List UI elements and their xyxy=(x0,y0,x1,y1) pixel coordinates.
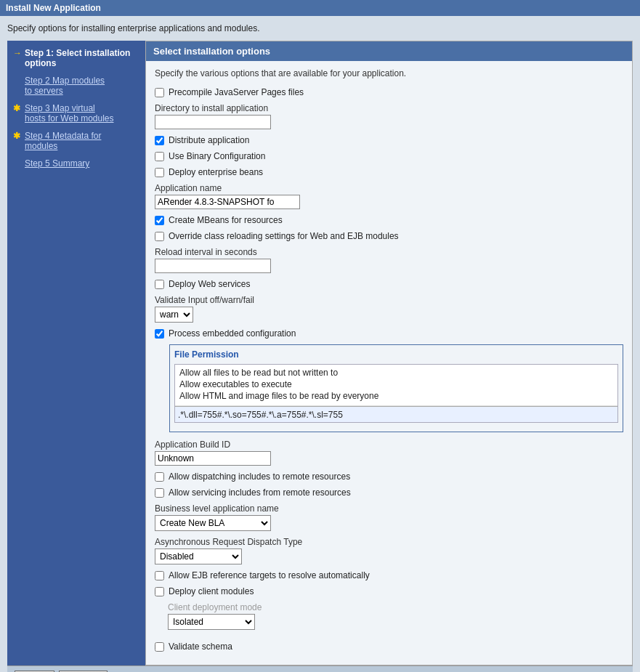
async-dispatch-block: Asynchronous Request Dispatch Type Disab… xyxy=(155,537,623,564)
allow-dispatching-row: Allow dispatching includes to remote res… xyxy=(155,471,623,482)
reload-interval-block: Reload interval in seconds xyxy=(155,247,623,273)
file-permission-box: Allow all files to be read but not writt… xyxy=(174,364,618,423)
async-dispatch-select[interactable]: Disabled Server side Client side xyxy=(155,548,242,564)
distribute-app-label: Distribute application xyxy=(169,135,249,145)
sidebar-step-1: → Step 1: Select installation options xyxy=(13,48,139,68)
allow-ejb-ref-label: Allow EJB reference targets to resolve a… xyxy=(169,570,370,580)
sidebar-item-step1[interactable]: Step 1: Select installation options xyxy=(25,48,139,68)
distribute-app-checkbox[interactable] xyxy=(155,136,164,145)
create-mbeans-label: Create MBeans for resources xyxy=(169,215,283,225)
deploy-beans-checkbox[interactable] xyxy=(155,168,164,177)
override-class-reload-checkbox[interactable] xyxy=(155,232,164,241)
directory-install-label: Directory to install application xyxy=(155,103,623,113)
directory-install-input[interactable] xyxy=(155,115,271,129)
arrow-icon: → xyxy=(13,48,22,58)
outer-wrapper: Specify options for installing enterpris… xyxy=(0,16,640,672)
validate-input-block: Validate Input off/warn/fail off warn fa… xyxy=(155,295,623,323)
panel-body: Specify the various options that are ava… xyxy=(146,61,632,665)
validate-schema-row: Validate schema xyxy=(155,641,623,652)
precompile-jsp-label: Precompile JavaServer Pages files xyxy=(169,87,304,97)
bottom-bar: Next Cancel xyxy=(7,665,633,672)
override-class-reload-row: Override class reloading settings for We… xyxy=(155,231,623,241)
binary-config-row: Use Binary Configuration xyxy=(155,151,623,161)
title-label: Install New Application xyxy=(6,3,101,13)
allow-servicing-checkbox[interactable] xyxy=(155,488,164,498)
sidebar: → Step 1: Select installation options St… xyxy=(7,41,145,665)
client-deploy-mode-select[interactable]: Isolated Federated xyxy=(168,614,255,630)
allow-ejb-ref-row: Allow EJB reference targets to resolve a… xyxy=(155,570,623,580)
deploy-client-checkbox[interactable] xyxy=(155,587,164,596)
bla-name-block: Business level application name Create N… xyxy=(155,503,623,531)
file-permission-section: File Permission Allow all files to be re… xyxy=(169,344,623,432)
asterisk-icon-3: ✱ xyxy=(13,103,22,113)
sidebar-link-step2[interactable]: Step 2 Map modulesto servers xyxy=(25,76,105,96)
deploy-beans-label: Deploy enterprise beans xyxy=(169,167,263,177)
client-deploy-mode-label: Client deployment mode xyxy=(168,602,623,612)
sidebar-link-step5[interactable]: Step 5 Summary xyxy=(25,158,89,169)
reload-interval-input[interactable] xyxy=(155,259,271,273)
precompile-jsp-checkbox[interactable] xyxy=(155,88,164,97)
sidebar-step-2[interactable]: Step 2 Map modulesto servers xyxy=(13,76,139,96)
top-description: Specify options for installing enterpris… xyxy=(7,23,633,33)
bla-name-label: Business level application name xyxy=(155,503,623,514)
async-dispatch-label: Asynchronous Request Dispatch Type xyxy=(155,537,623,547)
deploy-client-row: Deploy client modules xyxy=(155,586,623,596)
sidebar-step-3[interactable]: ✱ Step 3 Map virtualhosts for Web module… xyxy=(13,103,139,124)
file-perm-item-3: Allow HTML and image files to be read by… xyxy=(179,391,613,401)
deploy-web-services-checkbox[interactable] xyxy=(155,280,164,289)
deploy-beans-row: Deploy enterprise beans xyxy=(155,167,623,177)
client-deploy-mode-block: Client deployment mode Isolated Federate… xyxy=(168,602,623,630)
distribute-app-row: Distribute application xyxy=(155,135,623,145)
validate-schema-checkbox[interactable] xyxy=(155,642,164,652)
precompile-jsp-row: Precompile JavaServer Pages files xyxy=(155,87,623,97)
validate-input-label: Validate Input off/warn/fail xyxy=(155,295,623,305)
app-build-id-block: Application Build ID xyxy=(155,440,623,466)
no-indicator-2 xyxy=(13,76,22,86)
panel-header: Select installation options xyxy=(146,41,632,61)
app-name-label: Application name xyxy=(155,183,623,193)
app-name-block: Application name xyxy=(155,183,623,209)
deploy-web-services-row: Deploy Web services xyxy=(155,279,623,289)
allow-servicing-label: Allow servicing includes from remote res… xyxy=(169,487,351,498)
process-embedded-label: Process embedded configuration xyxy=(169,328,296,339)
app-name-input[interactable] xyxy=(155,195,300,209)
allow-dispatching-label: Allow dispatching includes to remote res… xyxy=(169,471,350,482)
file-permission-list: Allow all files to be read but not writt… xyxy=(175,365,617,406)
panel-description: Specify the various options that are ava… xyxy=(155,68,623,78)
override-class-reload-label: Override class reloading settings for We… xyxy=(169,231,399,241)
allow-dispatching-checkbox[interactable] xyxy=(155,472,164,482)
file-perm-item-1: Allow all files to be read but not writt… xyxy=(179,368,613,378)
validate-schema-label: Validate schema xyxy=(169,641,232,652)
create-mbeans-checkbox[interactable] xyxy=(155,216,164,225)
create-mbeans-row: Create MBeans for resources xyxy=(155,215,623,225)
file-permission-title: File Permission xyxy=(174,349,618,360)
file-perm-item-2: Allow executables to execute xyxy=(179,379,613,389)
reload-interval-label: Reload interval in seconds xyxy=(155,247,623,257)
asterisk-icon-4: ✱ xyxy=(13,131,22,141)
deploy-web-services-label: Deploy Web services xyxy=(169,279,251,289)
sidebar-link-step4[interactable]: Step 4 Metadata formodules xyxy=(25,131,101,151)
validate-input-select[interactable]: off warn fail xyxy=(155,307,193,323)
binary-config-checkbox[interactable] xyxy=(155,152,164,161)
permission-value-input[interactable] xyxy=(175,406,617,422)
main-content: → Step 1: Select installation options St… xyxy=(7,41,633,665)
right-panel: Select installation options Specify the … xyxy=(145,41,633,665)
sidebar-step-4[interactable]: ✱ Step 4 Metadata formodules xyxy=(13,131,139,151)
directory-install-block: Directory to install application xyxy=(155,103,623,129)
allow-ejb-ref-checkbox[interactable] xyxy=(155,571,164,580)
binary-config-label: Use Binary Configuration xyxy=(169,151,265,161)
process-embedded-checkbox[interactable] xyxy=(155,329,164,339)
sidebar-link-step3[interactable]: Step 3 Map virtualhosts for Web modules xyxy=(25,103,114,124)
process-embedded-row: Process embedded configuration xyxy=(155,328,623,339)
app-build-id-input[interactable] xyxy=(155,451,271,466)
no-indicator-5 xyxy=(13,158,22,169)
allow-servicing-row: Allow servicing includes from remote res… xyxy=(155,487,623,498)
title-bar: Install New Application xyxy=(0,0,640,16)
deploy-client-label: Deploy client modules xyxy=(169,586,254,596)
sidebar-step-5[interactable]: Step 5 Summary xyxy=(13,158,139,169)
bla-name-select[interactable]: Create New BLA xyxy=(155,515,271,531)
app-build-id-label: Application Build ID xyxy=(155,440,623,450)
